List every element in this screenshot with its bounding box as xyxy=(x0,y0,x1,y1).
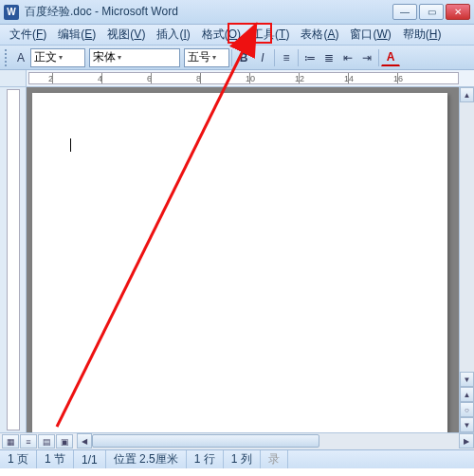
view-tab-1[interactable]: ≡ xyxy=(20,434,37,449)
scroll-up-button[interactable]: ▲ xyxy=(460,87,474,102)
margin-marker xyxy=(38,146,64,156)
style-value: 正文 xyxy=(34,49,57,65)
horizontal-ruler[interactable]: 246810121416 xyxy=(0,70,474,87)
numbered-list-button[interactable]: ≔ xyxy=(301,48,319,67)
maximize-button[interactable]: ▭ xyxy=(419,4,444,20)
dropdown-icon: ▾ xyxy=(59,53,63,62)
formatting-toolbar: A 正文 ▾ 宋体 ▾ 五号 ▾ B I ≡ ≔ ≣ ⇤ ⇥ A xyxy=(0,46,474,70)
document-area: ▲ ▼ ▲ ○ ▼ xyxy=(0,87,474,432)
status-section: 1 节 xyxy=(37,450,74,468)
status-line: 1 行 xyxy=(187,450,224,468)
increase-indent-button[interactable]: ⇥ xyxy=(357,48,376,67)
menu-f[interactable]: 文件(F) xyxy=(4,25,52,45)
scroll-down-button[interactable]: ▼ xyxy=(460,372,474,387)
style-select[interactable]: 正文 ▾ xyxy=(30,48,85,67)
status-position: 位置 2.5厘米 xyxy=(106,450,187,468)
style-pane-icon[interactable]: A xyxy=(11,48,30,67)
decrease-indent-button[interactable]: ⇤ xyxy=(338,48,357,67)
scroll-right-button[interactable]: ▶ xyxy=(459,433,474,449)
window-controls: — ▭ ✕ xyxy=(392,4,470,20)
titlebar: W 百度经验.doc - Microsoft Word — ▭ ✕ xyxy=(0,0,474,25)
separator xyxy=(378,49,379,66)
dropdown-icon: ▾ xyxy=(118,53,121,62)
separator xyxy=(298,49,299,66)
view-tab-2[interactable]: ▤ xyxy=(38,434,55,449)
ruler-number: 10 xyxy=(246,74,255,83)
menu-t[interactable]: 工具(T) xyxy=(246,25,295,45)
prev-page-button[interactable]: ▲ xyxy=(460,387,474,402)
bold-button[interactable]: B xyxy=(234,48,253,67)
page-viewport[interactable] xyxy=(27,87,459,432)
scroll-track[interactable] xyxy=(460,102,474,372)
close-button[interactable]: ✕ xyxy=(446,4,470,20)
status-page: 1 页 xyxy=(0,450,37,468)
ruler-number: 16 xyxy=(393,74,403,83)
ruler-strip: 246810121416 xyxy=(28,72,459,84)
view-mode-tabs: ▦≡▤▣ xyxy=(0,433,73,449)
menu-o[interactable]: 格式(O) xyxy=(196,25,246,45)
separator xyxy=(231,49,232,66)
text-cursor xyxy=(70,138,71,152)
vertical-ruler[interactable] xyxy=(0,87,27,432)
size-select[interactable]: 五号 ▾ xyxy=(184,48,229,67)
toolbar-grip[interactable] xyxy=(5,49,9,66)
menu-w[interactable]: 窗口(W) xyxy=(344,25,396,45)
menu-i[interactable]: 插入(I) xyxy=(151,25,195,45)
scroll-track-h[interactable] xyxy=(92,433,459,449)
status-page-of: 1/1 xyxy=(74,450,106,468)
next-page-button[interactable]: ▼ xyxy=(460,417,474,432)
vertical-scrollbar[interactable]: ▲ ▼ ▲ ○ ▼ xyxy=(459,87,474,432)
menu-e[interactable]: 编辑(E) xyxy=(52,25,101,45)
italic-button[interactable]: I xyxy=(253,48,272,67)
align-left-button[interactable]: ≡ xyxy=(277,48,296,67)
vertical-ruler-strip xyxy=(7,89,20,430)
menu-v[interactable]: 视图(V) xyxy=(101,25,151,45)
horizontal-scrollbar[interactable]: ◀ ▶ xyxy=(77,433,474,449)
size-value: 五号 xyxy=(188,49,210,65)
statusbar: 1 页 1 节 1/1 位置 2.5厘米 1 行 1 列 录 xyxy=(0,449,474,468)
bottom-bar: ▦≡▤▣ ◀ ▶ xyxy=(0,432,474,449)
view-tab-3[interactable]: ▣ xyxy=(56,434,73,449)
separator xyxy=(274,49,275,66)
font-value: 宋体 xyxy=(93,49,116,65)
ruler-number: 12 xyxy=(295,74,304,83)
view-tab-0[interactable]: ▦ xyxy=(2,434,19,449)
bullet-list-button[interactable]: ≣ xyxy=(319,48,338,67)
status-column: 1 列 xyxy=(224,450,261,468)
ruler-number: 14 xyxy=(344,74,354,83)
browse-object-button[interactable]: ○ xyxy=(460,402,474,417)
menu-h[interactable]: 帮助(H) xyxy=(397,25,447,45)
ruler-corner xyxy=(0,70,27,86)
font-select[interactable]: 宋体 ▾ xyxy=(89,48,180,67)
app-icon: W xyxy=(4,5,19,20)
font-color-button[interactable]: A xyxy=(381,49,400,66)
window-title: 百度经验.doc - Microsoft Word xyxy=(19,4,392,20)
menu-a[interactable]: 表格(A) xyxy=(295,25,344,45)
document-page[interactable] xyxy=(32,93,447,432)
scroll-left-button[interactable]: ◀ xyxy=(77,433,92,449)
scroll-thumb[interactable] xyxy=(92,434,319,448)
menubar: 文件(F)编辑(E)视图(V)插入(I)格式(O)工具(T)表格(A)窗口(W)… xyxy=(0,25,474,46)
dropdown-icon: ▾ xyxy=(212,53,216,62)
minimize-button[interactable]: — xyxy=(392,4,417,20)
status-rec: 录 xyxy=(261,450,288,468)
